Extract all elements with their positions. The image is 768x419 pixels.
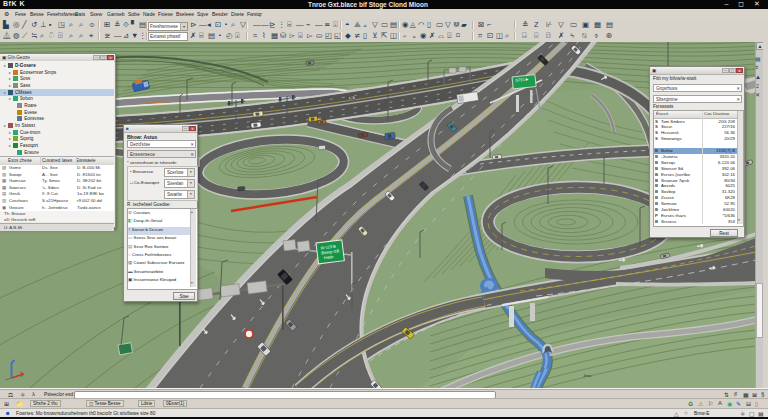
svg-text:Jmw.: Jmw.: [583, 373, 592, 378]
